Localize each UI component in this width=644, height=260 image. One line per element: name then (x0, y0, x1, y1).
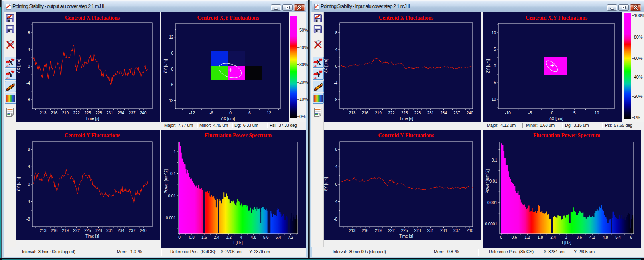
svg-text:0: 0 (171, 67, 173, 71)
svg-text:6.4: 6.4 (276, 235, 281, 240)
svg-text:dst: dst (6, 64, 10, 67)
svg-text:60%: 60% (634, 56, 643, 61)
svg-text:0: 0 (229, 111, 232, 115)
svg-text:237: 237 (453, 228, 460, 233)
svg-text:Centroid Y Fluctuations: Centroid Y Fluctuations (378, 132, 434, 138)
svg-text:240: 240 (467, 111, 473, 115)
svg-text:Centroid X,Y Fluctuations: Centroid X,Y Fluctuations (197, 14, 259, 21)
svg-text:225: 225 (84, 111, 91, 115)
svg-text:Fluctuation Power Spectrum: Fluctuation Power Spectrum (205, 132, 272, 138)
svg-text:2.4: 2.4 (214, 235, 219, 240)
svg-text:231: 231 (427, 228, 434, 233)
svg-text:219: 219 (62, 111, 69, 115)
svg-text:219: 219 (375, 228, 382, 233)
svg-text:225: 225 (401, 111, 408, 115)
svg-text:231: 231 (106, 111, 113, 115)
svg-text:228: 228 (95, 111, 102, 115)
svg-text:4: 4 (335, 165, 337, 169)
svg-text:234: 234 (118, 111, 124, 115)
svg-text:f [Hz]: f [Hz] (562, 240, 571, 245)
svg-text:f [Hz]: f [Hz] (233, 240, 243, 245)
svg-text:Fluctuation Power Spectrum: Fluctuation Power Spectrum (533, 132, 600, 138)
svg-text:-10: -10 (490, 97, 496, 102)
svg-text:237: 237 (453, 111, 460, 115)
svg-text:4.2: 4.2 (589, 235, 595, 240)
svg-text:-4: -4 (334, 81, 337, 85)
svg-text:-5: -5 (492, 81, 496, 85)
svg-text:-8: -8 (334, 98, 337, 102)
svg-text:0.1: 0.1 (492, 158, 497, 162)
svg-text:0.6: 0.6 (512, 235, 517, 240)
svg-text:0.001: 0.001 (166, 216, 176, 220)
svg-text:0%: 0% (634, 115, 640, 120)
svg-text:8: 8 (335, 147, 337, 152)
svg-text:-12: -12 (189, 111, 195, 115)
svg-text:Power [um^2]: Power [um^2] (485, 169, 490, 193)
svg-text:δY [um]: δY [um] (324, 177, 328, 191)
svg-text:2.4: 2.4 (550, 235, 556, 240)
svg-text:-6: -6 (209, 111, 213, 115)
svg-text:δX [um]: δX [um] (549, 116, 563, 121)
svg-text:30%: 30% (299, 62, 308, 67)
svg-text:225: 225 (84, 228, 91, 233)
svg-text:-4: -4 (26, 81, 30, 85)
svg-text:dst: dst (314, 64, 317, 67)
svg-text:δY [um]: δY [um] (163, 59, 168, 73)
svg-text:10: 10 (595, 111, 599, 115)
svg-text:219: 219 (375, 111, 382, 115)
svg-text:216: 216 (362, 228, 368, 233)
svg-text:0.0001: 0.0001 (485, 222, 497, 226)
svg-text:-8: -8 (26, 217, 30, 221)
svg-text:-4: -4 (26, 199, 30, 204)
svg-text:7.2: 7.2 (288, 235, 293, 240)
svg-text:-6: -6 (170, 83, 173, 87)
svg-text:-8: -8 (26, 98, 30, 102)
svg-text:5: 5 (573, 111, 576, 115)
svg-text:231: 231 (427, 111, 434, 115)
svg-text:5.4: 5.4 (615, 235, 621, 240)
svg-text:10: 10 (492, 31, 496, 35)
svg-text:8: 8 (335, 31, 337, 35)
svg-text:4: 4 (28, 165, 30, 169)
svg-text:4: 4 (240, 235, 242, 240)
svg-text:219: 219 (62, 228, 69, 233)
svg-text:222: 222 (388, 228, 395, 233)
svg-text:3.6: 3.6 (577, 235, 582, 240)
svg-text:4.8: 4.8 (251, 235, 256, 240)
svg-text:100%: 100% (634, 13, 644, 18)
svg-text:-12: -12 (168, 98, 174, 103)
svg-text:216: 216 (51, 111, 58, 115)
svg-text:0: 0 (335, 64, 337, 69)
svg-text:40%: 40% (299, 45, 308, 50)
svg-text:-4: -4 (334, 199, 337, 204)
svg-text:0.001: 0.001 (487, 201, 497, 205)
svg-text:4: 4 (28, 47, 30, 52)
svg-text:0: 0 (178, 235, 181, 240)
svg-text:222: 222 (388, 111, 395, 115)
svg-text:4.8: 4.8 (603, 235, 608, 240)
svg-text:237: 237 (129, 111, 136, 115)
svg-text:216: 216 (51, 228, 58, 233)
svg-text:222: 222 (73, 228, 80, 233)
svg-text:4: 4 (335, 47, 337, 52)
svg-text:Centroid X Fluctuations: Centroid X Fluctuations (65, 14, 120, 21)
svg-text:dst: dst (6, 76, 10, 79)
svg-text:δX [um]: δX [um] (324, 59, 328, 73)
svg-text:1.8: 1.8 (538, 235, 543, 240)
svg-text:231: 231 (106, 228, 113, 233)
svg-text:8: 8 (28, 31, 30, 35)
svg-text:213: 213 (349, 111, 356, 115)
svg-text:225: 225 (401, 228, 408, 233)
svg-text:213: 213 (40, 111, 47, 115)
svg-text:240: 240 (467, 228, 473, 233)
svg-text:0: 0 (28, 64, 30, 69)
svg-text:213: 213 (40, 228, 47, 233)
svg-text:222: 222 (73, 111, 80, 115)
svg-text:5: 5 (494, 47, 496, 51)
svg-text:0: 0 (28, 182, 30, 187)
svg-text:12: 12 (267, 111, 272, 115)
svg-text:0: 0 (551, 111, 553, 115)
svg-text:Power [um^2]: Power [um^2] (164, 169, 168, 193)
svg-text:228: 228 (414, 228, 421, 233)
svg-text:228: 228 (95, 228, 102, 233)
